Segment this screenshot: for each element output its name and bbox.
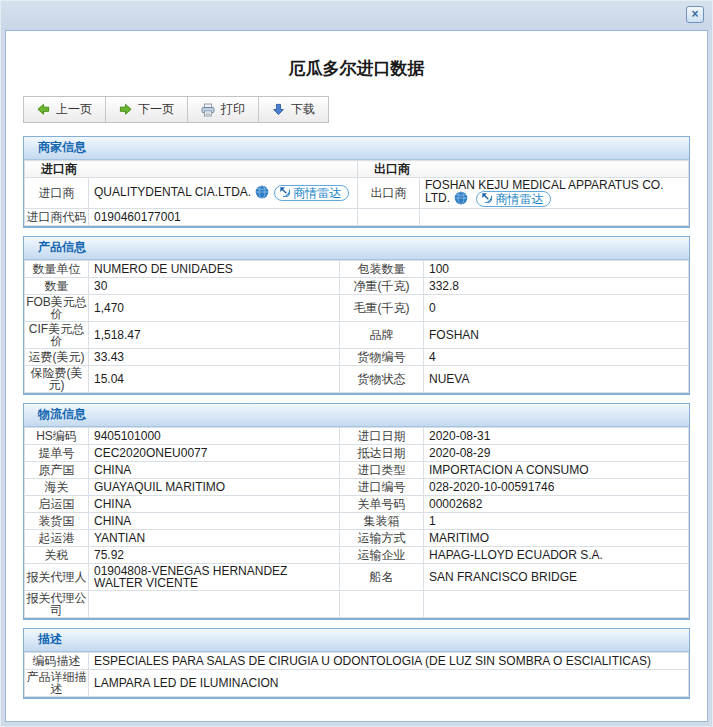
field-value: 15.04 (89, 366, 340, 393)
download-button[interactable]: 下载 (259, 97, 328, 122)
field-value: 01904808-VENEGAS HERNANDEZ WALTER VICENT… (89, 564, 340, 591)
field-label: 包装数量 (340, 261, 424, 278)
importer-code-label: 进口商代码 (25, 209, 89, 226)
field-value: CEC2020ONEU0077 (89, 445, 340, 462)
exporter-label: 出口商 (358, 178, 420, 209)
table-row: 关税 75.92 运输企业 HAPAG-LLOYD ECUADOR S.A. (25, 547, 689, 564)
field-value: 9405101000 (89, 428, 340, 445)
table-row: 数量单位 NUMERO DE UNIDADES 包装数量 100 (25, 261, 689, 278)
field-value: SAN FRANCISCO BRIDGE (424, 564, 689, 591)
field-label: FOB美元总价 (25, 295, 89, 322)
field-value: CHINA (89, 513, 340, 530)
table-row: 报关代理公司 (25, 591, 689, 618)
field-value (424, 591, 689, 618)
green-left-arrow-icon (37, 103, 50, 116)
table-row: 海关 GUAYAQUIL MARITIMO 进口编号 028-2020-10-0… (25, 479, 689, 496)
field-label: 原产国 (25, 462, 89, 479)
page-title: 厄瓜多尔进口数据 (6, 57, 707, 80)
field-value: MARITIMO (424, 530, 689, 547)
field-label (340, 591, 424, 618)
green-right-arrow-icon (119, 103, 132, 116)
field-value: CHINA (89, 462, 340, 479)
field-label: 关单号码 (340, 496, 424, 513)
table-row: HS编码 9405101000 进口日期 2020-08-31 (25, 428, 689, 445)
field-label: 进口类型 (340, 462, 424, 479)
field-value: 2020-08-29 (424, 445, 689, 462)
empty-cell (358, 209, 420, 226)
field-value: ESPECIALES PARA SALAS DE CIRUGIA U ODONT… (89, 653, 689, 670)
field-label: CIF美元总价 (25, 322, 89, 349)
field-label: 运输方式 (340, 530, 424, 547)
field-value: 30 (89, 278, 340, 295)
field-value: 1,518.47 (89, 322, 340, 349)
field-label: 海关 (25, 479, 89, 496)
table-row: 装货国 CHINA 集装箱 1 (25, 513, 689, 530)
next-page-label: 下一页 (138, 101, 174, 118)
logistics-table: HS编码 9405101000 进口日期 2020-08-31 提单号 CEC2… (24, 427, 689, 618)
field-value: 028-2020-10-00591746 (424, 479, 689, 496)
field-value: GUAYAQUIL MARITIMO (89, 479, 340, 496)
table-row: 提单号 CEC2020ONEU0077 抵达日期 2020-08-29 (25, 445, 689, 462)
table-row: 原产国 CHINA 进口类型 IMPORTACION A CONSUMO (25, 462, 689, 479)
radar-icon (481, 192, 493, 206)
table-row: 数量 30 净重(千克) 332.8 (25, 278, 689, 295)
field-value: 100 (424, 261, 689, 278)
field-label: 保险费(美元) (25, 366, 89, 393)
dialog-titlebar: × (1, 1, 712, 30)
field-label: 启运国 (25, 496, 89, 513)
business-radar-badge[interactable]: 商情雷达 (476, 191, 551, 207)
business-radar-badge[interactable]: 商情雷达 (274, 185, 349, 201)
import-data-dialog: × 厄瓜多尔进口数据 上一页 下一页 (0, 0, 713, 727)
globe-icon[interactable] (255, 188, 269, 202)
download-label: 下载 (291, 101, 315, 118)
section-logistics-title: 物流信息 (24, 404, 689, 427)
field-label: 报关代理人 (25, 564, 89, 591)
toolbar: 上一页 下一页 打印 (23, 96, 329, 123)
field-value: 1,470 (89, 295, 340, 322)
close-icon[interactable]: × (686, 6, 704, 23)
radar-badge-label: 商情雷达 (293, 187, 341, 199)
importer-column-header: 进口商 (25, 161, 358, 178)
field-label: 起运港 (25, 530, 89, 547)
globe-icon[interactable] (454, 194, 468, 208)
field-label: 运输企业 (340, 547, 424, 564)
print-button[interactable]: 打印 (188, 97, 259, 122)
field-value: FOSHAN (424, 322, 689, 349)
section-product-title: 产品信息 (24, 237, 689, 260)
table-row: 起运港 YANTIAN 运输方式 MARITIMO (25, 530, 689, 547)
field-value: 2020-08-31 (424, 428, 689, 445)
section-merchant: 商家信息 进口商 出口商 进口商 QUALITYDENTAL CIA.LTDA.… (23, 136, 690, 228)
dialog-content-panel: 厄瓜多尔进口数据 上一页 下一页 (5, 30, 708, 722)
table-row: 启运国 CHINA 关单号码 00002682 (25, 496, 689, 513)
product-table: 数量单位 NUMERO DE UNIDADES 包装数量 100 数量 30 净… (24, 260, 689, 393)
field-value: 332.8 (424, 278, 689, 295)
print-label: 打印 (221, 101, 245, 118)
importer-label: 进口商 (25, 178, 89, 209)
table-row: 产品详细描述 LAMPARA LED DE ILUMINACION (25, 670, 689, 697)
description-table: 编码描述 ESPECIALES PARA SALAS DE CIRUGIA U … (24, 652, 689, 697)
field-label: 进口日期 (340, 428, 424, 445)
radar-badge-label: 商情雷达 (495, 193, 543, 205)
field-label: 装货国 (25, 513, 89, 530)
section-logistics: 物流信息 HS编码 9405101000 进口日期 2020-08-31 (23, 403, 690, 620)
field-label: 数量 (25, 278, 89, 295)
field-value: IMPORTACION A CONSUMO (424, 462, 689, 479)
field-value: NUEVA (424, 366, 689, 393)
field-label: 进口编号 (340, 479, 424, 496)
field-value: HAPAG-LLOYD ECUADOR S.A. (424, 547, 689, 564)
exporter-value-cell: FOSHAN KEJU MEDICAL APPARATUS CO. LTD. 商… (420, 178, 689, 209)
field-value: 00002682 (424, 496, 689, 513)
exporter-column-header: 出口商 (358, 161, 689, 178)
merchant-table: 进口商 出口商 进口商 QUALITYDENTAL CIA.LTDA.商情雷达 … (24, 160, 689, 226)
field-label: 数量单位 (25, 261, 89, 278)
field-label: 品牌 (340, 322, 424, 349)
field-label: 关税 (25, 547, 89, 564)
prev-page-label: 上一页 (56, 101, 92, 118)
field-value: NUMERO DE UNIDADES (89, 261, 340, 278)
section-product: 产品信息 数量单位 NUMERO DE UNIDADES 包装数量 100 (23, 236, 690, 395)
field-value: 1 (424, 513, 689, 530)
next-page-button[interactable]: 下一页 (106, 97, 188, 122)
field-value: CHINA (89, 496, 340, 513)
field-label: 报关代理公司 (25, 591, 89, 618)
prev-page-button[interactable]: 上一页 (24, 97, 106, 122)
